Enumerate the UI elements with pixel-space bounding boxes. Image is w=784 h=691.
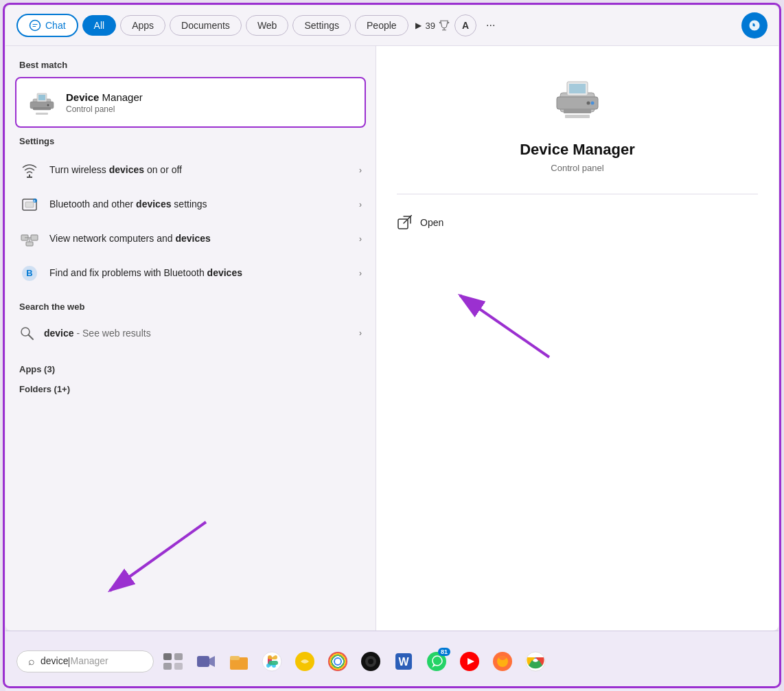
file-explorer-icon (228, 650, 250, 672)
file-explorer-button[interactable] (225, 648, 253, 675)
firefox-icon (492, 650, 514, 672)
bing-button[interactable] (741, 12, 768, 38)
best-match-item[interactable]: Device Manager Control panel (15, 77, 366, 128)
app5-button[interactable] (291, 648, 319, 675)
wireless-icon (19, 160, 40, 181)
more-nav-icon[interactable]: ▶ (415, 21, 422, 30)
video-call-icon (195, 650, 217, 672)
svg-text:W: W (398, 656, 409, 668)
whatsapp-badge: 81 (438, 648, 450, 656)
detail-device-manager-icon (550, 73, 605, 128)
taskbar-search-text: deviceManager (41, 655, 108, 666)
svg-point-0 (30, 21, 41, 31)
svg-rect-35 (174, 663, 183, 670)
open-action[interactable]: Open (397, 208, 758, 237)
best-match-subtitle: Control panel (66, 104, 143, 114)
app6-button[interactable] (357, 648, 384, 675)
svg-rect-39 (230, 656, 240, 660)
chat-label: Chat (45, 20, 66, 31)
task-view-icon (162, 650, 184, 672)
open-label: Open (420, 217, 443, 228)
svg-point-29 (591, 102, 595, 105)
apps-button[interactable]: Apps (120, 15, 165, 36)
chevron-icon: › (359, 166, 362, 175)
left-panel: Best match Device Manager (5, 46, 376, 631)
chrome-icon (327, 650, 349, 672)
chevron-icon-5: › (359, 328, 362, 338)
right-panel: Device Manager Control panel Open (376, 46, 779, 631)
settings-nav-label: Settings (304, 20, 339, 31)
bluetooth-icon: B (19, 263, 40, 284)
svg-rect-14 (31, 235, 38, 240)
trophy-icon (438, 19, 450, 32)
web-button[interactable]: Web (246, 15, 289, 36)
apps-section-title: Apps (3) (5, 359, 376, 378)
people-label: People (367, 20, 397, 31)
search-web-section: Search the web device - See web results … (5, 302, 376, 359)
search-web-title: Search the web (5, 302, 376, 319)
chevron-icon-2: › (359, 200, 362, 209)
slack-button[interactable] (258, 648, 286, 675)
svg-rect-34 (163, 663, 172, 670)
documents-label: Documents (181, 20, 230, 31)
web-label: Web (257, 20, 277, 31)
svg-point-48 (368, 659, 373, 664)
settings-item-text-network: View network computers and devices (49, 232, 349, 246)
slack-icon (261, 650, 283, 672)
best-match-title: Best match (5, 60, 376, 77)
documents-button[interactable]: Documents (170, 15, 242, 36)
taskbar-search-icon: ⌕ (28, 655, 35, 668)
bing-icon (748, 19, 761, 32)
task-view-button[interactable] (159, 648, 187, 675)
svg-point-28 (587, 102, 590, 105)
settings-section: Settings Turn wireless devices on o (5, 136, 376, 302)
taskbar: ⌕ deviceManager (5, 631, 779, 691)
svg-rect-26 (564, 109, 591, 113)
word-icon: W (393, 650, 415, 672)
settings-item-text-bt-problems: Find and fix problems with Bluetooth dev… (49, 267, 349, 280)
settings-button[interactable]: Settings (292, 15, 351, 36)
taskbar-search-bar[interactable]: ⌕ deviceManager (16, 650, 154, 672)
word-button[interactable]: W (390, 648, 417, 675)
chrome2-button[interactable] (522, 648, 549, 675)
settings-section-title: Settings (5, 136, 376, 153)
top-nav: Chat All Apps Documents Web Settings Peo… (5, 5, 779, 46)
svg-marker-37 (209, 656, 215, 667)
svg-rect-15 (26, 242, 33, 246)
svg-rect-27 (565, 115, 590, 118)
folders-section-title: Folders (1+) (5, 378, 376, 398)
settings-item-bluetooth[interactable]: B Bluetooth and other devices settings › (5, 188, 376, 222)
chevron-icon-4: › (359, 269, 362, 278)
more-options-button[interactable]: ··· (481, 16, 500, 34)
chrome2-icon (524, 650, 546, 672)
search-web-icon (19, 326, 34, 341)
people-button[interactable]: People (355, 15, 408, 36)
settings-item-wireless[interactable]: Turn wireless devices on or off › (5, 153, 376, 188)
settings-item-network[interactable]: View network computers and devices › (5, 222, 376, 256)
web-search-item[interactable]: device - See web results › (5, 319, 376, 348)
chrome-button[interactable] (324, 648, 351, 675)
svg-line-21 (29, 335, 34, 340)
bluetooth-devices-icon: B (19, 194, 40, 215)
chat-button[interactable]: Chat (16, 14, 78, 37)
detail-subtitle: Control panel (551, 163, 603, 173)
svg-point-5 (47, 104, 49, 106)
firefox-button[interactable] (489, 648, 516, 675)
video-call-button[interactable] (192, 648, 220, 675)
detail-divider (397, 194, 758, 194)
main-content: Best match Device Manager (5, 46, 779, 631)
youtube-icon (459, 650, 481, 672)
settings-item-bt-problems[interactable]: B Find and fix problems with Bluetooth d… (5, 256, 376, 291)
whatsapp-button[interactable]: 81 (423, 648, 450, 675)
svg-rect-36 (197, 656, 209, 667)
all-label: All (94, 20, 105, 31)
open-external-icon (397, 215, 412, 230)
result-count: 39 (426, 19, 450, 32)
all-button[interactable]: All (82, 15, 117, 36)
youtube-button[interactable] (456, 648, 483, 675)
svg-rect-32 (163, 653, 172, 660)
az-button[interactable]: A (454, 14, 476, 36)
svg-rect-10 (25, 202, 34, 207)
best-match-title-bold: Device Manager (66, 91, 143, 103)
app5-icon (294, 650, 316, 672)
